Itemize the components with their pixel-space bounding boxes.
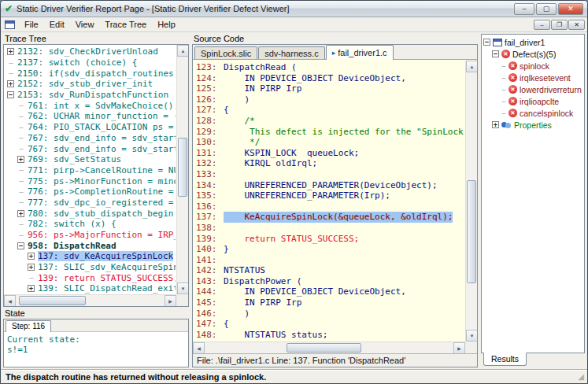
trace-tree-item[interactable]: +139: SLIC_DispatchRead_exit xyxy=(5,283,176,294)
trace-line-text: 767: sdv_end_info = sdv_start_ xyxy=(28,133,176,143)
trace-tree-item[interactable]: −958: DispatchRead xyxy=(5,240,176,251)
defect-item[interactable]: –✕cancelspinlock xyxy=(482,107,584,119)
menu-edit[interactable]: Edit xyxy=(44,17,70,31)
mdi-minimize-button[interactable]: – xyxy=(534,20,550,30)
tree-branch-icon: – xyxy=(17,113,25,120)
collapse-minus-icon[interactable]: − xyxy=(483,39,490,46)
trace-vertical-scrollbar[interactable]: ▲ ▼ xyxy=(176,45,188,294)
trace-tree-item[interactable]: –767: sdv_end_info = sdv_start_ xyxy=(5,133,176,144)
menu-file[interactable]: File xyxy=(19,17,44,31)
trace-tree-item[interactable]: –2150: if(sdv_dispatch_routines) xyxy=(5,68,176,79)
source-code-line: 133: xyxy=(196,169,464,180)
tab-results[interactable]: Results xyxy=(483,353,527,366)
trace-tree-item[interactable]: –761: int x = SdvMakeChoice(); xyxy=(5,100,176,111)
trace-tree-item[interactable]: −2153: sdv_RunDispatchFunction xyxy=(5,90,176,101)
title-bar[interactable]: ✔ Static Driver Verifier Report Page - [… xyxy=(1,1,587,17)
trace-tree-item[interactable]: –762: UCHAR minor_function = (U xyxy=(5,111,176,122)
trace-tree-item[interactable]: +137: sdv_KeAcquireSpinLock xyxy=(5,251,176,262)
defect-item[interactable]: –✕lowerdriverreturn xyxy=(482,83,584,95)
trace-tree-item[interactable]: –775: ps->MinorFunction = minor xyxy=(5,175,176,186)
trace-tree-item[interactable]: +2152: sdv_stub_driver_init xyxy=(5,79,176,90)
scroll-down-icon[interactable]: ▼ xyxy=(466,330,478,342)
line-number: 138: xyxy=(196,223,218,234)
defect-group[interactable]: −✕Defect(s)(5) xyxy=(482,48,584,60)
code-text: NTSTATUS xyxy=(224,265,265,276)
defect-tree-root[interactable]: −fail_driver1 xyxy=(482,36,584,48)
scrollbar-thumb[interactable] xyxy=(19,296,86,305)
mdi-restore-button[interactable]: ❐ xyxy=(551,20,568,30)
trace-line-text: 769: sdv_SetStatus xyxy=(28,154,121,164)
menu-view[interactable]: View xyxy=(70,17,100,31)
trace-tree-item[interactable]: –764: PIO_STACK_LOCATION ps = S xyxy=(5,122,176,133)
expand-plus-icon[interactable]: + xyxy=(492,121,499,128)
tab-fail-driver1-c[interactable]: ▸fail_driver1.c xyxy=(326,45,394,60)
collapse-minus-icon[interactable]: − xyxy=(492,50,499,57)
defect-item[interactable]: –✕irqlioapclte xyxy=(482,95,584,107)
trace-tree-item[interactable]: +137: SLIC_sdv_KeAcquireSpinL xyxy=(5,262,176,273)
source-code-line: 135: UNREFERENCED_PARAMETER(Irp); xyxy=(196,190,464,201)
expand-plus-icon[interactable]: + xyxy=(28,253,35,260)
trace-tree-item[interactable]: –956: ps->MajorFunction = IRP_M xyxy=(5,230,176,241)
defect-item[interactable]: –✕irqlkesetevent xyxy=(482,72,584,83)
resize-grip[interactable]: ◢ xyxy=(578,372,584,381)
close-button[interactable]: ✕ xyxy=(558,3,583,15)
menu-help[interactable]: Help xyxy=(152,17,181,31)
mdi-close-button[interactable]: ✕ xyxy=(568,20,585,30)
expand-plus-icon[interactable]: + xyxy=(28,264,35,271)
scroll-left-icon[interactable]: ◀ xyxy=(4,295,16,307)
minimize-button[interactable]: – xyxy=(514,3,534,15)
source-vertical-scrollbar[interactable]: ▲ ▼ xyxy=(465,61,477,342)
trace-tree-item[interactable]: –776: ps->CompletionRoutine = N xyxy=(5,186,176,198)
scrollbar-track[interactable] xyxy=(466,72,477,330)
scroll-right-icon[interactable]: ▶ xyxy=(453,342,465,354)
scrollbar-thumb[interactable] xyxy=(467,180,476,283)
tab-spinlock-slic[interactable]: SpinLock.slic xyxy=(194,46,257,59)
code-text: UNREFERENCED_PARAMETER(Irp); xyxy=(224,190,390,201)
scrollbar-thumb[interactable] xyxy=(287,343,361,353)
scrollbar-track[interactable] xyxy=(177,57,188,282)
defect-item[interactable]: –✕spinlock xyxy=(482,60,584,72)
source-code-line: 138: xyxy=(196,223,464,234)
expand-plus-icon[interactable]: + xyxy=(28,285,35,292)
maximize-button[interactable]: ▢ xyxy=(536,3,557,15)
tab-label: SpinLock.slic xyxy=(201,49,251,58)
source-code-line: 124: IN PDEVICE_OBJECT DeviceObject, xyxy=(196,73,464,84)
expand-plus-icon[interactable]: + xyxy=(17,156,24,163)
scrollbar-thumb[interactable] xyxy=(178,138,187,197)
scroll-left-icon[interactable]: ◀ xyxy=(193,342,205,354)
code-area[interactable]: 123:DispatchRead (124: IN PDEVICE_OBJECT… xyxy=(193,61,464,341)
scroll-right-icon[interactable]: ▶ xyxy=(165,295,176,307)
scrollbar-track[interactable] xyxy=(205,342,453,353)
trace-tree-item[interactable]: +780: sdv_stub_dispatch_begin xyxy=(5,208,176,219)
scroll-up-icon[interactable]: ▲ xyxy=(466,61,478,72)
state-label: State xyxy=(3,308,189,319)
trace-tree-item[interactable]: –782: switch (x) { xyxy=(5,219,176,230)
trace-tree-item[interactable]: –767: sdv_end_info = sdv_start_ xyxy=(5,143,176,154)
expand-plus-icon[interactable]: + xyxy=(7,48,14,55)
expand-plus-icon[interactable]: + xyxy=(7,80,14,87)
tab-sdv-harness-c[interactable]: sdv-harness.c xyxy=(258,46,324,59)
scroll-up-icon[interactable]: ▲ xyxy=(177,45,189,57)
scrollbar-track[interactable] xyxy=(16,295,165,306)
trace-line-text: 780: sdv_stub_dispatch_begin xyxy=(28,209,173,219)
trace-tree-item[interactable]: +769: sdv_SetStatus xyxy=(5,154,176,165)
trace-tree-item[interactable]: –777: sdv_dpc_io_registered = F xyxy=(5,198,176,209)
trace-tree-item[interactable]: +2132: sdv_CheckDriverUnload xyxy=(5,46,176,57)
menu-trace-tree[interactable]: Trace Tree xyxy=(99,17,152,31)
source-horizontal-scrollbar[interactable]: ◀ ▶ xyxy=(193,342,465,353)
code-text: KSPIN_LOCK queueLock; xyxy=(224,148,359,159)
collapse-minus-icon[interactable]: − xyxy=(7,91,14,98)
properties-node[interactable]: +Properties xyxy=(482,119,584,131)
code-text: */ xyxy=(224,137,260,148)
mdi-window-controls: –❐✕ xyxy=(534,20,585,30)
line-number: 142: xyxy=(196,265,218,276)
state-step-tab[interactable]: Step: 116 xyxy=(6,320,51,332)
node-label: spinlock xyxy=(520,61,549,71)
trace-tree-item[interactable]: –139: return STATUS_SUCCESS; xyxy=(5,272,176,283)
expand-plus-icon[interactable]: + xyxy=(17,210,24,217)
trace-tree-item[interactable]: –771: pirp->CancelRoutine = NUL xyxy=(5,165,176,176)
collapse-minus-icon[interactable]: − xyxy=(17,242,24,249)
trace-horizontal-scrollbar[interactable]: ◀ ▶ xyxy=(4,294,176,306)
trace-tree-item[interactable]: –2137: switch (choice) { xyxy=(5,57,176,68)
scroll-down-icon[interactable]: ▼ xyxy=(177,282,189,294)
